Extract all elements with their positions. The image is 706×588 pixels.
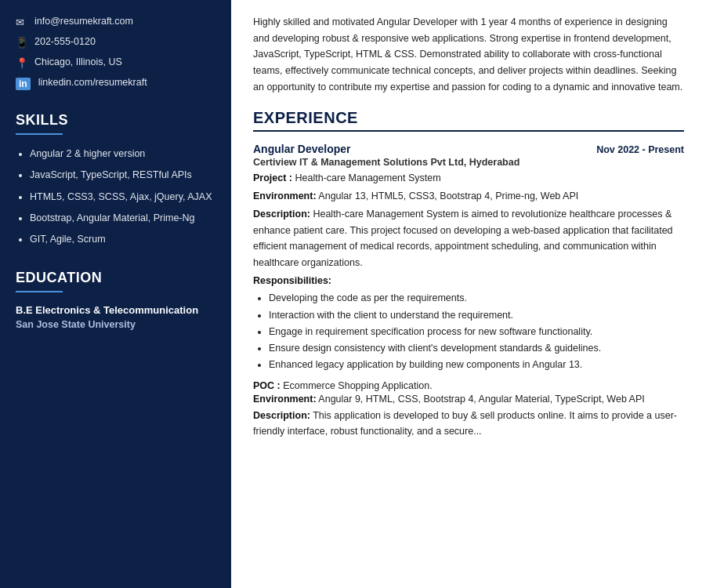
- institution: San Jose State University: [16, 319, 215, 330]
- contact-phone: 📱 202-555-0120: [16, 36, 215, 49]
- skills-divider: [16, 133, 63, 135]
- email-icon: ✉: [16, 16, 28, 28]
- summary-text: Highly skilled and motivated Angular Dev…: [253, 14, 684, 95]
- job-entry: Angular Developer Nov 2022 - Present Cer…: [253, 143, 684, 440]
- sidebar: ✉ info@resumekraft.com 📱 202-555-0120 📍 …: [0, 0, 231, 588]
- education-divider: [16, 291, 63, 292]
- poc-environment: Environment: Angular 9, HTML, CSS, Boots…: [253, 394, 684, 405]
- list-item: Engage in requirement specification proc…: [269, 324, 684, 340]
- responsibilities-list: Developing the code as per the requireme…: [253, 290, 684, 373]
- poc-description: Description: This application is develop…: [253, 408, 684, 440]
- job-description: Description: Health-care Management Syst…: [253, 206, 684, 271]
- education-title: EDUCATION: [16, 270, 215, 286]
- poc-field: POC : Ecommerce Shopping Application.: [253, 380, 684, 391]
- degree: B.E Electronics & Telecommunication: [16, 303, 215, 318]
- experience-divider: [253, 130, 684, 132]
- main-content: Highly skilled and motivated Angular Dev…: [231, 0, 706, 588]
- list-item: Developing the code as per the requireme…: [269, 290, 684, 307]
- job-company: Certiview IT & Management Solutions Pvt …: [253, 157, 684, 168]
- experience-title: EXPERIENCE: [253, 109, 684, 127]
- contact-location: 📍 Chicago, Illinois, US: [16, 56, 215, 69]
- responsibilities-title: Responsibilities:: [253, 275, 684, 286]
- phone-icon: 📱: [16, 37, 28, 49]
- list-item: Interaction with the client to understan…: [269, 307, 684, 324]
- skills-title: SKILLS: [16, 112, 215, 129]
- job-title: Angular Developer: [253, 143, 350, 155]
- list-item: Enhanced legacy application by building …: [269, 357, 684, 373]
- list-item: Angular 2 & higher version: [30, 146, 215, 162]
- linkedin-icon: in: [16, 78, 31, 90]
- job-environment: Environment: Angular 13, HTML5, CSS3, Bo…: [253, 189, 684, 204]
- list-item: GIT, Agile, Scrum: [30, 231, 215, 248]
- list-item: Ensure design consistency with client's …: [269, 340, 684, 357]
- list-item: HTML5, CSS3, SCSS, Ajax, jQuery, AJAX: [30, 189, 215, 205]
- list-item: Bootstrap, Angular Material, Prime-Ng: [30, 210, 215, 227]
- contact-email: ✉ info@resumekraft.com: [16, 16, 215, 28]
- contact-linkedin[interactable]: in linkedin.com/resumekraft: [16, 77, 215, 90]
- skills-list: Angular 2 & higher version JavaScript, T…: [16, 146, 215, 248]
- list-item: JavaScript, TypeScript, RESTful APIs: [30, 167, 215, 183]
- job-header: Angular Developer Nov 2022 - Present: [253, 143, 684, 155]
- location-icon: 📍: [16, 57, 28, 69]
- education-entry: B.E Electronics & Telecommunication San …: [16, 303, 215, 330]
- job-project: Project : Health-care Management System: [253, 171, 684, 186]
- job-date: Nov 2022 - Present: [596, 144, 684, 155]
